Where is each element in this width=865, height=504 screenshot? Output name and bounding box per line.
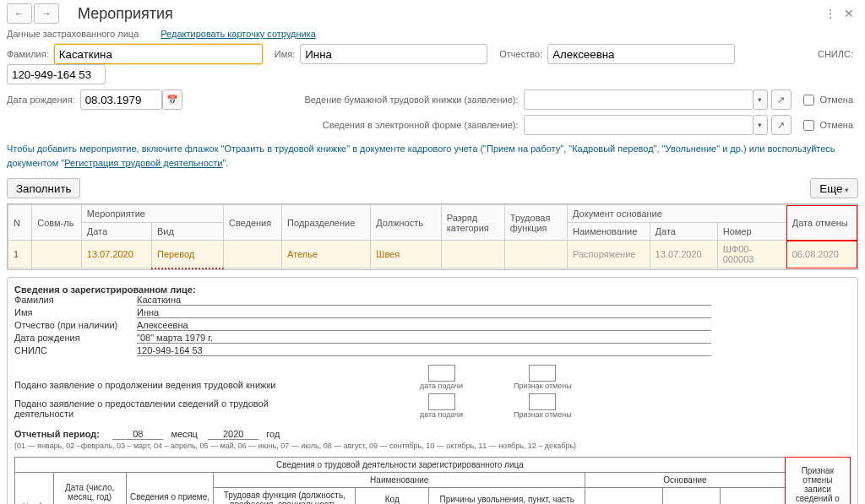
rcol-name: Наименование [214,472,585,487]
snils-label: СНИЛС: [818,49,853,59]
snils-input[interactable] [7,64,106,84]
dob-input[interactable] [80,89,162,110]
edit-employee-link[interactable]: Редактировать карточку сотрудника [160,29,316,39]
electronic-cancel-label: Отмена [820,120,853,130]
help-text: Чтобы добавить мероприятие, включите фла… [7,142,858,170]
electronic-label: Сведения в электронной форме (заявление)… [323,120,519,130]
col-info: Сведения [223,205,281,241]
col-doc: Документ основание [568,205,787,223]
details-panel: Сведения о зарегистрированном лице: Фами… [7,277,858,505]
col-dept: Подразделение [282,205,371,241]
period-year: 2020 [208,429,258,440]
page-title: Мероприятия [78,5,173,23]
electronic-cancel-checkbox[interactable] [803,120,814,131]
rcol-func: Трудовая функция (должность, профессия, … [214,487,356,504]
paper-book-open-button[interactable]: ↗ [771,89,792,110]
dob-label: Дата рождения: [7,95,75,105]
paper-cancel-box [529,365,556,382]
name-input[interactable] [300,44,487,64]
details-title: Сведения о зарегистрированном лице: [14,285,851,295]
rcol-cancel: Признак отмены записи сведений о приеме,… [785,457,850,504]
period-footnote: (01 — январь, 02 –февраль, 03 – март, 04… [14,442,851,450]
rcol-reason: Причины увольнения, пункт, часть статьи,… [429,487,585,504]
elec-date-box [428,393,455,410]
more-button[interactable]: Еще [810,178,858,198]
rcol-date: Дата (число, месяц, год) приема, перевод… [53,472,126,504]
fill-button[interactable]: Заполнить [7,178,80,198]
electronic-dropdown-icon[interactable]: ▾ [753,115,768,135]
registration-link[interactable]: Регистрация трудовой деятельности [64,158,222,168]
events-table[interactable]: N Совм-ль Мероприятие Сведения Подраздел… [8,204,857,269]
elec-statement-label: Подано заявление о предоставлении сведен… [14,398,318,419]
rcol-npn: № п/п [15,472,54,504]
back-button[interactable]: ← [7,3,32,24]
close-icon[interactable]: ✕ [840,4,858,23]
forward-button[interactable]: → [34,3,59,24]
rcol-info: Сведения о приеме, переводе, увольнении [126,472,214,504]
period-label: Отчетный период: [14,429,100,439]
col-n: N [8,205,32,241]
period-month: 08 [112,429,163,440]
col-doc-date: Дата [650,223,717,241]
kebab-menu-icon[interactable]: ⋮ [821,4,840,23]
table-row[interactable]: 1 13.07.2020 Перевод Ателье Швея Распоря… [8,241,857,268]
electronic-open-button[interactable]: ↗ [771,115,792,135]
rcol-docdate: Дата [663,487,721,504]
col-sovm: Совм-ль [32,205,82,241]
surname-input[interactable] [54,44,263,64]
paper-book-label: Ведение бумажной трудовой книжки (заявле… [304,95,518,105]
rcol-docname: Наименование документа [585,487,663,504]
col-date: Дата [81,223,151,241]
patronymic-label: Отчество: [499,49,542,59]
paper-statement-label: Подано заявление о продолжении ведения т… [14,380,318,390]
name-label: Имя: [275,49,295,59]
paper-cancel-label: Отмена [820,95,853,105]
col-doc-name: Наименование [568,223,650,241]
paper-cancel-checkbox[interactable] [803,95,814,106]
col-cancel: Дата отмены [786,205,857,241]
paper-date-box [428,365,455,382]
report-title: Сведения о трудовой деятельности зарегис… [15,457,786,472]
report-table: Сведения о трудовой деятельности зарегис… [14,457,851,505]
section-label: Данные застрахованного лица [7,29,139,39]
col-pos: Должность [371,205,441,241]
col-type: Вид [151,223,223,241]
rcol-code: Код выполняемой функции (при наличии) [356,487,429,504]
patronymic-input[interactable] [547,44,735,64]
elec-cancel-box [529,393,556,410]
electronic-input[interactable] [524,115,753,135]
paper-book-dropdown-icon[interactable]: ▾ [753,89,768,110]
col-doc-num: Номер [717,223,786,241]
col-event: Мероприятие [81,205,223,223]
surname-label: Фамилия: [7,49,49,59]
rcol-docnum: Номер документа [721,487,786,504]
paper-book-input[interactable] [524,89,753,110]
calendar-icon[interactable]: 📅 [162,89,182,110]
col-grade: Разряд категория [441,205,504,241]
rcol-base: Основание [585,472,786,487]
col-func: Трудовая функция [504,205,567,241]
